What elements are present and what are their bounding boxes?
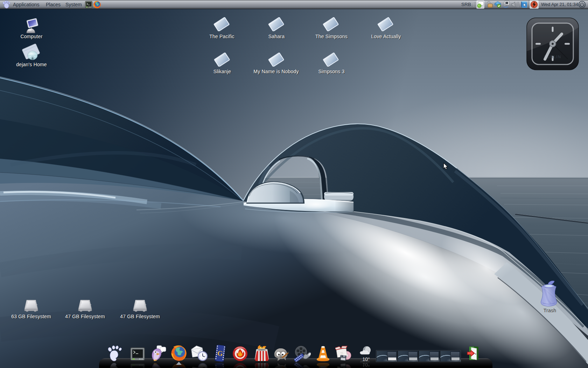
svg-text:G: G	[217, 349, 224, 357]
